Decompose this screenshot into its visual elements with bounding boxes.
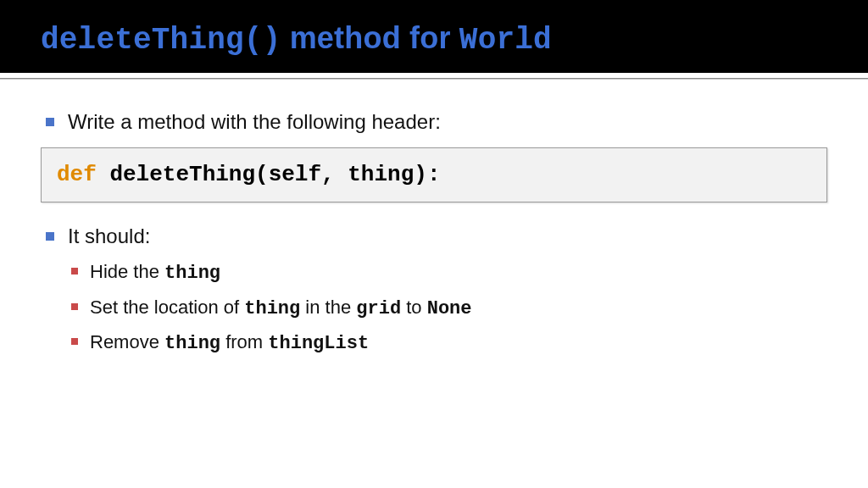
sub3-pre: Remove (90, 331, 164, 352)
sub2-mid2: to (401, 297, 427, 318)
sub2-pre: Set the location of (90, 297, 244, 318)
sub3-c1: thing (164, 333, 220, 354)
sub-bullet-list: Hide the thing Set the location of thing… (68, 259, 827, 357)
title-code-2: World (459, 23, 552, 58)
bullet-list: Write a method with the following header… (41, 108, 827, 357)
title-mid: method for (281, 20, 459, 55)
sub1-pre: Hide the (90, 261, 164, 282)
code-block: def deleteThing(self, thing): (41, 147, 827, 202)
sub2-c1: thing (244, 298, 300, 319)
bullet-2: It should: Hide the thing Set the locati… (41, 223, 827, 356)
sub2-c2: grid (356, 298, 401, 319)
bullet-1-text: Write a method with the following header… (68, 110, 441, 133)
code-keyword: def (57, 162, 97, 187)
sub-bullet-2: Set the location of thing in the grid to… (68, 295, 827, 322)
content-area: Write a method with the following header… (0, 80, 868, 369)
code-signature: deleteThing(self, thing): (97, 162, 441, 187)
bullet-1: Write a method with the following header… (41, 108, 827, 202)
sub-bullet-1: Hide the thing (68, 259, 827, 286)
sub-bullet-3: Remove thing from thingList (68, 330, 827, 357)
sub3-mid: from (220, 331, 268, 352)
slide: deleteThing() method for World Write a m… (0, 0, 868, 488)
sub2-c3: None (427, 298, 472, 319)
title-code-1: deleteThing() (41, 23, 281, 58)
sub1-code: thing (164, 263, 220, 284)
title-bar: deleteThing() method for World (0, 0, 868, 73)
slide-title: deleteThing() method for World (41, 20, 827, 58)
sub2-mid: in the (300, 297, 356, 318)
sub3-c2: thingList (268, 333, 369, 354)
bullet-2-text: It should: (68, 225, 150, 247)
